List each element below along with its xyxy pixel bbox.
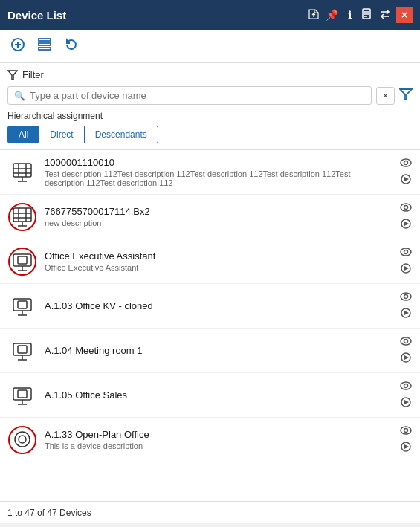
search-input[interactable] <box>30 90 365 101</box>
view-button[interactable] <box>399 335 413 349</box>
device-actions <box>399 291 413 321</box>
device-info: Office Executive Assistant Office Execut… <box>45 250 392 272</box>
search-icon: 🔍 <box>14 91 25 101</box>
svg-marker-41 <box>404 266 409 271</box>
play-button[interactable] <box>400 262 412 277</box>
assignment-label: Hierarchical assignment <box>7 111 413 121</box>
svg-rect-23 <box>13 208 31 222</box>
list-item[interactable]: 7667755700017114.Bx2 new description <box>0 195 420 239</box>
play-button[interactable] <box>400 307 412 321</box>
device-actions <box>399 335 413 366</box>
assignment-buttons: All Direct Descendants <box>7 126 413 143</box>
clear-search-button[interactable]: × <box>376 87 395 105</box>
svg-point-54 <box>401 337 411 345</box>
pin-icon[interactable]: 📌 <box>325 9 338 21</box>
svg-rect-8 <box>39 43 51 45</box>
device-info: A.1.05 Office Sales <box>45 389 392 401</box>
svg-rect-7 <box>39 39 51 41</box>
device-info: 1000001110010 Test description 112Test d… <box>45 157 392 187</box>
refresh-button[interactable] <box>61 36 82 56</box>
play-button[interactable] <box>400 218 412 232</box>
assignment-direct-button[interactable]: Direct <box>39 126 84 143</box>
device-icon <box>7 336 37 366</box>
svg-point-67 <box>19 436 26 443</box>
device-name: A.1.05 Office Sales <box>45 389 392 401</box>
svg-point-31 <box>404 206 408 210</box>
advanced-filter-button[interactable] <box>399 88 413 104</box>
document-icon[interactable] <box>361 8 374 22</box>
svg-point-30 <box>401 204 411 211</box>
device-icon-circle <box>8 203 36 231</box>
svg-marker-49 <box>404 311 409 315</box>
page-title: Device List <box>7 9 66 22</box>
toolbar <box>0 30 420 63</box>
device-icon <box>7 202 37 232</box>
device-icon <box>7 247 37 277</box>
title-bar-icons: 📌 ℹ × <box>307 7 413 23</box>
list-item[interactable]: A.1.03 Office KV - cloned <box>0 284 420 329</box>
search-row: 🔍 × <box>7 86 413 105</box>
view-button[interactable] <box>399 201 413 215</box>
device-info: A.1.33 Open-Plan Office This is a device… <box>45 429 392 450</box>
play-button[interactable] <box>400 396 412 410</box>
device-icon-circle <box>8 426 36 454</box>
device-icon <box>7 381 37 410</box>
assignment-descendants-button[interactable]: Descendants <box>85 126 158 143</box>
svg-point-39 <box>404 250 408 254</box>
device-name: A.1.03 Office KV - cloned <box>45 300 392 311</box>
svg-marker-33 <box>404 222 409 226</box>
view-button[interactable] <box>399 291 413 304</box>
device-actions <box>399 424 413 455</box>
svg-point-46 <box>401 293 411 300</box>
view-button[interactable] <box>399 157 413 170</box>
svg-point-20 <box>404 161 408 165</box>
export-icon[interactable] <box>307 8 320 22</box>
view-button[interactable] <box>399 246 413 259</box>
list-button[interactable] <box>34 36 55 56</box>
info-icon[interactable]: ℹ <box>343 9 356 21</box>
device-name: 1000001110010 <box>45 157 392 168</box>
device-actions <box>399 246 413 277</box>
play-button[interactable] <box>400 441 412 455</box>
device-info: 7667755700017114.Bx2 new description <box>45 206 392 227</box>
svg-rect-35 <box>18 256 27 264</box>
svg-marker-10 <box>8 71 17 80</box>
svg-point-38 <box>401 248 411 256</box>
device-name: 7667755700017114.Bx2 <box>45 206 392 217</box>
svg-marker-57 <box>404 355 409 360</box>
device-icon <box>7 291 37 321</box>
device-description: This is a device description <box>45 442 392 450</box>
device-actions <box>399 157 413 187</box>
svg-point-68 <box>401 427 411 434</box>
device-icon <box>7 158 37 187</box>
filter-icon <box>7 70 18 80</box>
add-button[interactable] <box>7 36 28 56</box>
device-list: 1000001110010 Test description 112Test d… <box>0 150 420 501</box>
list-item[interactable]: A.1.04 Meeting room 1 <box>0 329 420 373</box>
play-button[interactable] <box>400 173 412 187</box>
list-item[interactable]: Office Executive Assistant Office Execut… <box>0 239 420 284</box>
device-info: A.1.04 Meeting room 1 <box>45 345 392 356</box>
device-description: Office Executive Assistant <box>45 263 392 272</box>
svg-marker-11 <box>400 89 412 100</box>
transfer-icon[interactable] <box>378 8 392 22</box>
svg-point-55 <box>404 340 408 343</box>
close-button[interactable]: × <box>396 7 413 23</box>
svg-point-66 <box>15 432 30 447</box>
device-name: A.1.04 Meeting room 1 <box>45 345 392 356</box>
list-item[interactable]: A.1.33 Open-Plan Office This is a device… <box>0 418 420 462</box>
list-item[interactable]: A.1.05 Office Sales <box>0 373 420 418</box>
filter-section: Filter 🔍 × Hierarchical assignment All D… <box>0 63 420 150</box>
svg-point-47 <box>404 295 408 299</box>
list-item[interactable]: 1000001110010 Test description 112Test d… <box>0 150 420 195</box>
play-button[interactable] <box>400 352 412 366</box>
view-button[interactable] <box>399 424 413 438</box>
view-button[interactable] <box>399 380 413 393</box>
assignment-all-button[interactable]: All <box>7 126 39 143</box>
device-description: Test description 112Test description 112… <box>45 169 392 187</box>
device-description: new description <box>45 219 392 227</box>
status-text: 1 to 47 of 47 Devices <box>7 508 91 518</box>
svg-rect-9 <box>39 48 51 50</box>
svg-point-63 <box>404 384 408 388</box>
funnel-icon <box>399 88 413 101</box>
